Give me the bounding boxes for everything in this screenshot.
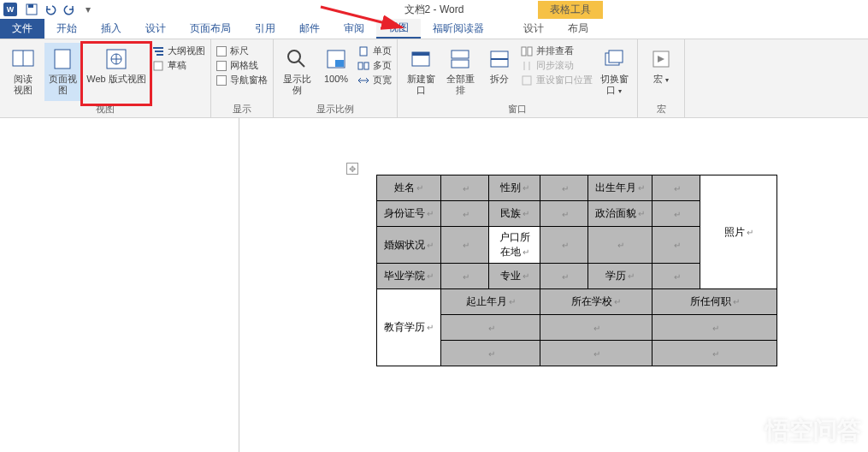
svg-rect-23 bbox=[452, 51, 469, 58]
cell-gender-value: ↵ bbox=[540, 175, 588, 201]
svg-rect-5 bbox=[55, 50, 70, 68]
group-views: 阅读 视图 页面视图 Web 版式视图 大纲视图 草稿 视图 bbox=[0, 39, 211, 117]
svg-rect-29 bbox=[523, 76, 531, 85]
context-tab-table-tools: 表格工具 bbox=[538, 1, 603, 19]
page-width-button[interactable]: 页宽 bbox=[357, 74, 392, 86]
cell-ethnic-value: ↵ bbox=[540, 201, 588, 227]
arrange-all-button[interactable]: 全部重排 bbox=[442, 43, 478, 101]
tab-view[interactable]: 视图 bbox=[376, 19, 421, 39]
print-layout-button[interactable]: 页面视图 bbox=[44, 43, 80, 101]
cell-position-label: 所任何职↵ bbox=[652, 289, 777, 315]
outline-view-button[interactable]: 大纲视图 bbox=[152, 45, 205, 57]
navpane-checkbox[interactable]: 导航窗格 bbox=[216, 74, 268, 86]
new-window-button[interactable]: 新建窗口 bbox=[403, 43, 439, 101]
svg-rect-1 bbox=[28, 4, 33, 8]
sync-scroll-button: 同步滚动 bbox=[521, 59, 593, 72]
qat-customize-icon[interactable]: ▾ bbox=[80, 2, 96, 17]
group-zoom: 显示比例 100% 单页 多页 页宽 显示比例 bbox=[274, 39, 398, 117]
tab-table-layout[interactable]: 布局 bbox=[556, 19, 600, 39]
cell-edu-r2-school: ↵ bbox=[540, 341, 652, 366]
ruler-checkbox[interactable]: 标尺 bbox=[216, 45, 268, 57]
read-mode-button[interactable]: 阅读 视图 bbox=[5, 43, 41, 101]
zoom-100-button[interactable]: 100% bbox=[318, 43, 354, 101]
multi-page-button[interactable]: 多页 bbox=[357, 59, 392, 72]
tab-references[interactable]: 引用 bbox=[243, 19, 287, 39]
cell-edu-r1-pos: ↵ bbox=[652, 315, 777, 341]
cell-hukou-value: ↵ bbox=[540, 227, 588, 264]
cell-id-label: 身份证号↵ bbox=[377, 201, 441, 227]
tab-foxit[interactable]: 福昕阅读器 bbox=[421, 19, 496, 39]
cell-ethnic-label: 民族↵ bbox=[489, 201, 540, 227]
cell-marital-value: ↵ bbox=[441, 227, 489, 264]
undo-icon[interactable] bbox=[43, 2, 58, 17]
document-area: ✥ 姓名↵ ↵ 性别↵ ↵ 出生年月↵ ↵ 照片↵ 身份证号↵ ↵ 民族↵ ↵ … bbox=[0, 118, 868, 452]
cell-school-value: ↵ bbox=[441, 264, 489, 289]
save-icon[interactable] bbox=[24, 2, 39, 17]
cell-major-value: ↵ bbox=[540, 264, 588, 289]
group-macros: 宏 ▾ 宏 bbox=[638, 39, 685, 117]
tab-table-design[interactable]: 设计 bbox=[511, 19, 556, 39]
svg-line-15 bbox=[298, 61, 304, 67]
side-by-side-button[interactable]: 并排查看 bbox=[521, 45, 593, 57]
tab-file[interactable]: 文件 bbox=[0, 19, 44, 39]
tab-mailings[interactable]: 邮件 bbox=[287, 19, 332, 39]
cell-photo: 照片↵ bbox=[700, 175, 777, 289]
gridlines-checkbox[interactable]: 网格线 bbox=[216, 59, 268, 72]
draft-view-button[interactable]: 草稿 bbox=[152, 59, 205, 72]
watermark-logo-icon bbox=[731, 420, 760, 441]
switch-windows-button[interactable]: 切换窗口 ▾ bbox=[596, 43, 632, 101]
svg-rect-31 bbox=[609, 51, 623, 62]
watermark: 悟空问答 bbox=[731, 414, 861, 447]
tab-page-layout[interactable]: 页面布局 bbox=[178, 19, 243, 39]
reset-window-button: 重设窗口位置 bbox=[521, 74, 593, 86]
cell-period-label: 起止年月↵ bbox=[441, 289, 540, 315]
cell-name-value: ↵ bbox=[441, 175, 489, 201]
svg-rect-12 bbox=[156, 54, 163, 56]
form-table[interactable]: 姓名↵ ↵ 性别↵ ↵ 出生年月↵ ↵ 照片↵ 身份证号↵ ↵ 民族↵ ↵ 政治… bbox=[376, 175, 777, 366]
cell-atschool-label: 所在学校↵ bbox=[540, 289, 652, 315]
svg-rect-13 bbox=[154, 62, 162, 70]
ribbon: 阅读 视图 页面视图 Web 版式视图 大纲视图 草稿 视图 标尺 网格线 导航… bbox=[0, 39, 868, 118]
group-window: 新建窗口 全部重排 拆分 并排查看 同步滚动 重设窗口位置 切换窗口 ▾ 窗口 bbox=[398, 39, 638, 117]
cell-edu-label: 教育学历↵ bbox=[377, 289, 441, 366]
word-app-icon: W bbox=[3, 3, 17, 16]
cell-name-label: 姓名↵ bbox=[377, 175, 441, 201]
table-move-handle-icon[interactable]: ✥ bbox=[346, 163, 358, 175]
svg-rect-28 bbox=[528, 47, 532, 56]
cell-school-label: 毕业学院↵ bbox=[377, 264, 441, 289]
svg-rect-20 bbox=[364, 62, 369, 69]
tab-review[interactable]: 审阅 bbox=[332, 19, 376, 39]
tab-home[interactable]: 开始 bbox=[44, 19, 89, 39]
tab-design[interactable]: 设计 bbox=[133, 19, 178, 39]
cell-degree-label: 学历↵ bbox=[588, 264, 652, 289]
cell-hukou-label: 户口所 在地↵ bbox=[489, 227, 540, 264]
cell-edu-r2-period: ↵ bbox=[441, 341, 540, 366]
svg-rect-24 bbox=[452, 60, 469, 68]
ribbon-tabs: 文件 开始 插入 设计 页面布局 引用 邮件 审阅 视图 福昕阅读器 设计 布局 bbox=[0, 19, 868, 39]
macros-button[interactable]: 宏 ▾ bbox=[643, 43, 679, 101]
cell-birth-value: ↵ bbox=[652, 175, 700, 201]
svg-rect-18 bbox=[360, 47, 367, 56]
page[interactable]: ✥ 姓名↵ ↵ 性别↵ ↵ 出生年月↵ ↵ 照片↵ 身份证号↵ ↵ 民族↵ ↵ … bbox=[239, 118, 868, 452]
cell-edu-r2-pos: ↵ bbox=[652, 341, 777, 366]
cell-gender-label: 性别↵ bbox=[489, 175, 540, 201]
window-title: 文档2 - Word bbox=[404, 3, 464, 17]
split-button[interactable]: 拆分 bbox=[481, 43, 517, 101]
cell-id-value: ↵ bbox=[441, 201, 489, 227]
tab-insert[interactable]: 插入 bbox=[89, 19, 133, 39]
svg-rect-10 bbox=[153, 47, 163, 49]
svg-point-14 bbox=[288, 51, 300, 62]
svg-rect-27 bbox=[522, 47, 526, 56]
svg-rect-22 bbox=[412, 52, 429, 56]
cell-empty-r3a: ↵ bbox=[588, 227, 652, 264]
svg-rect-11 bbox=[155, 51, 163, 52]
web-layout-button[interactable]: Web 版式视图 bbox=[84, 43, 149, 101]
one-page-button[interactable]: 单页 bbox=[357, 45, 392, 57]
cell-edu-r1-period: ↵ bbox=[441, 315, 540, 341]
svg-rect-19 bbox=[358, 62, 363, 69]
cell-birth-label: 出生年月↵ bbox=[588, 175, 652, 201]
cell-edu-r1-school: ↵ bbox=[540, 315, 652, 341]
zoom-button[interactable]: 显示比例 bbox=[279, 43, 315, 101]
redo-icon[interactable] bbox=[62, 2, 77, 17]
cell-politics-label: 政治面貌↵ bbox=[588, 201, 652, 227]
